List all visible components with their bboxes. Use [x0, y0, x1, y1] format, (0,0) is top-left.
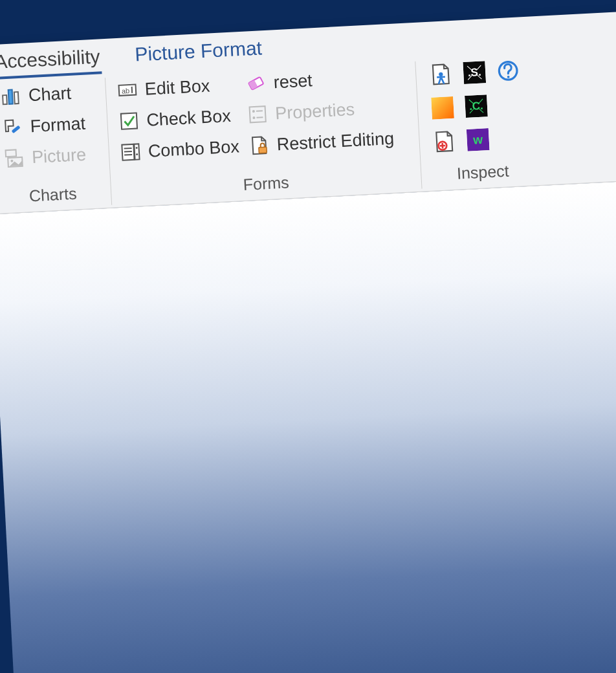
picture-icon [3, 147, 26, 170]
group-inspect: .S. [415, 55, 545, 189]
properties-label: Properties [275, 100, 355, 122]
svg-rect-31 [431, 96, 454, 120]
svg-line-9 [132, 87, 133, 93]
svg-line-13 [124, 151, 132, 152]
svg-line-12 [124, 148, 132, 149]
picture-button: Picture [3, 144, 87, 170]
group-charts: Chart Format [0, 78, 112, 211]
document-area[interactable] [0, 180, 616, 673]
svg-rect-25 [259, 147, 267, 153]
check-box-button[interactable]: Check Box [118, 104, 239, 133]
doc-compare-icon[interactable] [431, 128, 458, 155]
chart-button[interactable]: Chart [0, 82, 84, 108]
svg-rect-1 [8, 90, 13, 104]
tab-accessibility[interactable]: Accessibility [0, 44, 102, 80]
restrict-editing-button[interactable]: Restrict Editing [248, 127, 395, 157]
svg-text:ab: ab [122, 87, 130, 95]
picture-label: Picture [31, 146, 86, 166]
edit-box-label: Edit Box [144, 77, 210, 98]
edit-box-button[interactable]: ab Edit Box [116, 73, 237, 102]
blank-icon [496, 91, 523, 118]
properties-button: Properties [246, 96, 393, 126]
svg-rect-20 [250, 106, 266, 122]
blank-icon-2 [498, 124, 525, 151]
inspect-strike-badge-icon[interactable]: .S. [461, 59, 488, 86]
check-box-icon [118, 109, 141, 133]
svg-point-30 [507, 76, 510, 78]
restrict-editing-label: Restrict Editing [276, 129, 395, 153]
svg-point-23 [252, 116, 255, 119]
group-charts-label: Charts [2, 175, 104, 210]
svg-point-21 [252, 110, 255, 113]
svg-rect-10 [121, 113, 137, 129]
edit-box-icon: ab [116, 78, 139, 102]
group-inspect-label: Inspect [428, 152, 537, 188]
combo-box-label: Combo Box [148, 138, 239, 160]
inspect-w-badge-icon[interactable]: w [465, 126, 492, 153]
tab-picture-format[interactable]: Picture Format [133, 36, 264, 69]
properties-icon [246, 103, 269, 126]
format-label: Format [30, 115, 86, 135]
ribbon: Accessibility Picture Format [0, 11, 616, 215]
gradient-swatch-icon[interactable] [429, 94, 456, 122]
svg-rect-4 [6, 149, 17, 157]
reset-label: reset [273, 72, 313, 91]
inspect-doc-accessibility-icon[interactable] [427, 61, 454, 88]
combo-box-icon [119, 140, 142, 164]
group-forms: ab Edit Box [105, 61, 423, 205]
reset-button[interactable]: reset [245, 65, 391, 95]
chart-icon [0, 85, 23, 108]
check-box-label: Check Box [146, 107, 232, 129]
svg-text:w: w [472, 133, 483, 147]
help-icon[interactable] [494, 57, 522, 84]
combo-box-button[interactable]: Combo Box [119, 135, 240, 164]
chart-label: Chart [28, 84, 71, 104]
svg-rect-15 [134, 144, 139, 159]
svg-line-24 [257, 117, 263, 118]
svg-line-22 [256, 111, 263, 111]
format-button[interactable]: Format [1, 113, 86, 139]
svg-point-6 [10, 160, 13, 162]
restrict-editing-icon [248, 134, 271, 157]
format-icon [1, 116, 25, 139]
svg-rect-0 [3, 95, 7, 104]
svg-line-14 [124, 155, 132, 155]
svg-rect-2 [14, 92, 19, 104]
eraser-icon [245, 72, 268, 95]
inspect-c-badge-icon[interactable]: .C. [463, 93, 490, 120]
